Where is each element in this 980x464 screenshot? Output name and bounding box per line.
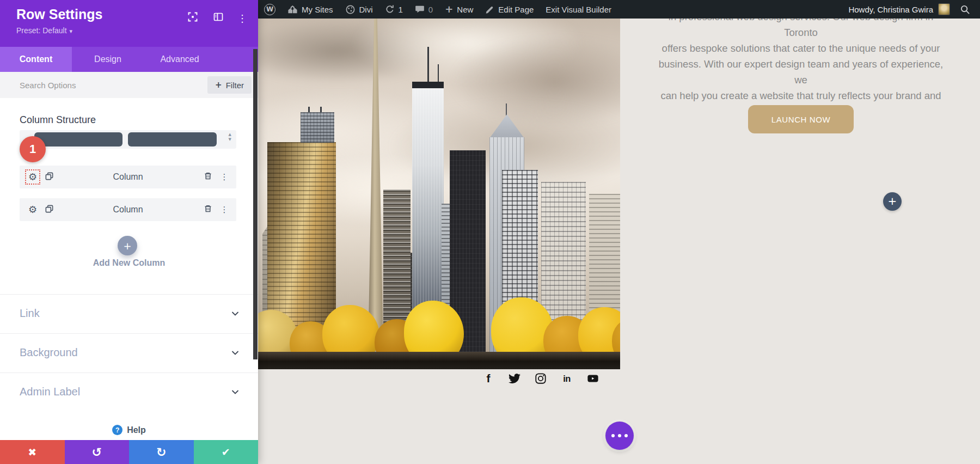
comments-count: 0 [428, 5, 433, 14]
panel-options-button[interactable]: ⋮ [236, 12, 248, 24]
twitter-icon[interactable] [509, 373, 520, 384]
gear-icon: ⚙ [28, 205, 37, 215]
wordpress-logo-button[interactable]: W [258, 0, 281, 19]
column-row-1: ⚙ Column ⋮ [20, 166, 236, 188]
search-icon [960, 4, 970, 15]
city-ground [258, 352, 620, 369]
page-canvas: in professional web design services. Our… [258, 0, 980, 464]
redo-button[interactable]: ↻ [129, 440, 194, 464]
section-link[interactable]: Link [0, 294, 258, 333]
panel-tabs: Content Design Advanced [0, 47, 258, 72]
admin-bar-right: Howdy, Christina Gwira [843, 0, 980, 19]
update-icon [385, 4, 395, 14]
filter-button[interactable]: + Filter [207, 76, 252, 94]
row-settings-panel: Row Settings Preset: Default▾ ⋮ Content … [0, 0, 258, 464]
search-options-input[interactable] [20, 81, 150, 90]
avatar [938, 3, 950, 15]
dot [611, 434, 615, 437]
column-options-button[interactable]: ⋮ [217, 202, 232, 217]
expand-modal-button[interactable] [187, 12, 199, 24]
column-structure-pill [34, 132, 122, 146]
column-structure-selector[interactable]: ▲ ▼ [20, 130, 236, 149]
caret-down-icon: ▾ [70, 28, 73, 35]
close-icon: ✖ [28, 446, 36, 458]
delete-column-button[interactable] [200, 169, 216, 185]
tab-advanced[interactable]: Advanced [144, 47, 216, 72]
facebook-icon[interactable]: f [482, 373, 494, 384]
section-label: Admin Label [20, 386, 80, 398]
chevron-down-icon [231, 309, 240, 320]
check-icon: ✔ [222, 446, 230, 458]
add-new-column-button[interactable]: + [118, 236, 137, 255]
panel-footer: ✖ ↺ ↻ ✔ [0, 440, 258, 464]
divi-menu-button[interactable]: Divi [339, 0, 379, 19]
duplicate-icon [45, 172, 54, 183]
chevron-down-icon [231, 388, 240, 399]
hero-image[interactable] [258, 19, 620, 369]
annotation-step-badge: 1 [20, 136, 46, 162]
save-button[interactable]: ✔ [194, 440, 259, 464]
duplicate-column-button[interactable] [41, 202, 57, 217]
tab-design[interactable]: Design [72, 47, 144, 72]
new-content-button[interactable]: + New [439, 0, 479, 19]
column-settings-button[interactable]: ⚙ [25, 169, 40, 185]
add-new-column-label[interactable]: Add New Column [0, 258, 258, 268]
undo-button[interactable]: ↺ [65, 440, 130, 464]
launch-now-button[interactable]: LAUNCH NOW [748, 105, 854, 133]
column-settings-button[interactable]: ⚙ [25, 202, 40, 217]
trash-icon [204, 172, 212, 182]
duplicate-column-button[interactable] [41, 169, 57, 185]
column-structure-pill [128, 132, 217, 146]
expand-icon [187, 11, 198, 25]
help-link[interactable]: ? Help [0, 425, 258, 435]
dot [624, 434, 628, 437]
social-icons-row: f in [482, 373, 599, 384]
section-background[interactable]: Background [0, 333, 258, 373]
question-icon: ? [112, 425, 122, 435]
my-sites-icon [287, 4, 298, 15]
delete-column-button[interactable] [200, 202, 216, 217]
edit-page-label: Edit Page [498, 5, 534, 14]
snap-panel-button[interactable] [212, 12, 224, 24]
structure-stepper[interactable]: ▲ ▼ [229, 133, 231, 142]
linkedin-icon[interactable]: in [561, 373, 573, 384]
my-sites-button[interactable]: My Sites [281, 0, 339, 19]
wordpress-icon: W [264, 4, 275, 15]
preset-selector[interactable]: Preset: Default▾ [16, 26, 72, 35]
add-module-button[interactable]: + [883, 192, 902, 211]
search-options-bar: + Filter [0, 72, 258, 98]
layout-columns-icon [213, 11, 224, 25]
instagram-icon[interactable] [535, 373, 547, 384]
stepper-down-icon: ▼ [229, 138, 231, 142]
page-settings-button[interactable] [605, 422, 634, 450]
undo-icon: ↺ [92, 445, 102, 459]
column-options-button[interactable]: ⋮ [217, 169, 232, 185]
section-label: Background [20, 346, 78, 359]
dot [618, 434, 621, 437]
column-row-2: ⚙ Column ⋮ [20, 198, 236, 221]
youtube-icon[interactable] [587, 373, 599, 384]
filter-label: Filter [226, 81, 244, 90]
comments-button[interactable]: 0 [409, 0, 439, 19]
pencil-icon [485, 5, 494, 14]
account-menu-button[interactable]: Howdy, Christina Gwira [843, 0, 955, 19]
section-admin-label[interactable]: Admin Label [0, 373, 258, 412]
panel-scrollbar[interactable] [253, 49, 258, 359]
panel-title: Row Settings [16, 7, 102, 22]
duplicate-icon [45, 204, 54, 216]
comment-icon [415, 4, 425, 14]
wp-admin-bar: W My Sites Divi 1 0 + New Edit Page Exit [258, 0, 980, 19]
divi-icon [345, 4, 356, 15]
column-structure-heading: Column Structure [20, 114, 96, 126]
exit-visual-builder-button[interactable]: Exit Visual Builder [540, 0, 617, 19]
howdy-label: Howdy, Christina Gwira [848, 5, 933, 14]
tab-content[interactable]: Content [0, 47, 72, 72]
plus-icon: + [445, 4, 453, 14]
panel-header: Row Settings Preset: Default▾ ⋮ [0, 0, 258, 47]
discard-button[interactable]: ✖ [0, 440, 65, 464]
redo-icon: ↻ [156, 445, 166, 459]
edit-page-button[interactable]: Edit Page [479, 0, 540, 19]
updates-button[interactable]: 1 [379, 0, 409, 19]
admin-search-button[interactable] [955, 0, 975, 19]
exit-visual-builder-label: Exit Visual Builder [546, 5, 611, 14]
